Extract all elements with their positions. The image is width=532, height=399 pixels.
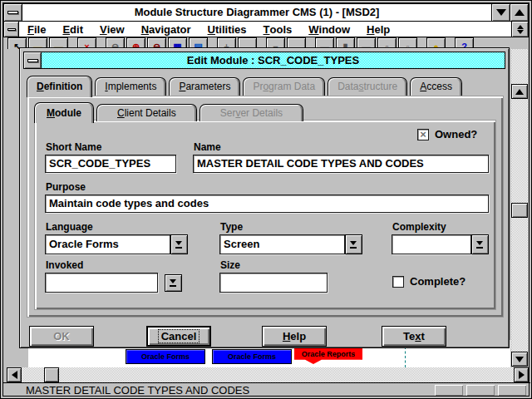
status-cell [435, 385, 463, 396]
focus-ring: Cancel [158, 329, 200, 343]
type-label: Type [220, 221, 243, 233]
invoked-label: Invoked [46, 259, 83, 271]
module-box-label: Oracle Forms [141, 352, 190, 361]
dropdown-arrow-icon [350, 241, 357, 249]
document-menu-button[interactable] [4, 22, 19, 37]
tab-access[interactable]: Access [410, 77, 462, 96]
type-dropdown-button[interactable] [345, 234, 362, 254]
language-label: Language [46, 221, 93, 233]
minimize-icon [496, 9, 506, 16]
dropdown-arrow-icon [175, 241, 183, 249]
tab-program-data: Program Data [243, 77, 325, 96]
main-titlebar: Module Structure Diagrammer CMS (1) - [M… [3, 3, 529, 22]
name-label: Name [194, 141, 221, 153]
menu-window[interactable]: Window [300, 22, 358, 37]
dialog-title: Edit Module : SCR_CODE_TYPES [42, 52, 505, 68]
menu-tools[interactable]: Tools [255, 22, 301, 37]
dialog-system-menu-button[interactable] [24, 52, 42, 68]
language-combo[interactable]: Oracle Forms [45, 234, 188, 254]
help-button[interactable]: Help [262, 326, 327, 347]
tab-datastructure: Datastructure [328, 77, 407, 96]
complexity-value[interactable] [392, 234, 471, 254]
status-bar: MASTER DETAIL CODE TYPES AND CODES [3, 382, 530, 397]
report-box-label: Oracle Reports [302, 350, 356, 358]
type-combo[interactable]: Screen [219, 234, 362, 254]
document-restore-button[interactable] [511, 22, 528, 37]
maximize-icon [515, 9, 525, 16]
cancel-button[interactable]: Cancel [146, 326, 211, 347]
system-menu-button[interactable] [4, 4, 22, 21]
minimize-button[interactable] [491, 4, 510, 21]
report-box[interactable]: Oracle Reports [294, 348, 362, 364]
tab-implements[interactable]: Implements [95, 77, 166, 96]
type-value[interactable]: Screen [219, 234, 345, 254]
dropdown-arrow-icon [170, 279, 177, 287]
menu-file[interactable]: File [19, 22, 54, 37]
system-menu-icon [7, 11, 18, 14]
name-field[interactable]: MASTER DETAIL CODE TYPES AND CODES [193, 155, 489, 173]
menu-view[interactable]: View [91, 22, 133, 37]
module-box-label: Oracle Forms [228, 352, 276, 361]
tab-parameters[interactable]: Parameters [169, 77, 240, 96]
invoked-field[interactable] [45, 273, 158, 293]
short-name-label: Short Name [46, 141, 101, 153]
status-cell [498, 385, 526, 396]
menu-help[interactable]: Help [358, 22, 398, 37]
dialog-title-text: Edit Module : SCR_CODE_TYPES [187, 54, 359, 66]
purpose-field[interactable]: Maintain code types and codes [45, 195, 489, 213]
ok-button[interactable]: OK [29, 326, 94, 347]
purpose-label: Purpose [46, 181, 86, 193]
subtab-server-details: Server Details [200, 104, 303, 121]
vertical-scroll-thumb[interactable] [511, 203, 528, 218]
owned-label: Owned? [435, 128, 477, 140]
dialog-titlebar: Edit Module : SCR_CODE_TYPES [23, 52, 505, 69]
menu-navigator[interactable]: Navigator [133, 22, 200, 37]
maximize-button[interactable] [510, 4, 528, 21]
document-menu-icon [7, 28, 16, 31]
scroll-down-button[interactable] [511, 352, 528, 367]
subtab-module[interactable]: Module [34, 102, 94, 123]
module-sub-tab-strip: Module Client Details Server Details [34, 100, 306, 121]
status-cells [435, 385, 526, 396]
application-window: Module Structure Diagrammer CMS (1) - [M… [0, 0, 532, 399]
page-boundary-line [405, 347, 406, 367]
vertical-scrollbar[interactable] [511, 49, 528, 367]
dialog-tab-strip: Definition Implements Parameters Program… [27, 74, 504, 96]
size-field[interactable] [219, 273, 328, 293]
scroll-down-icon [515, 357, 524, 362]
module-box-2[interactable]: Oracle Forms [212, 349, 292, 364]
invoked-dropdown-button[interactable] [165, 274, 182, 292]
size-label: Size [220, 259, 240, 271]
menu-edit[interactable]: Edit [54, 22, 91, 37]
horizontal-scroll-thumb[interactable] [44, 367, 59, 382]
scroll-right-icon [519, 371, 525, 379]
check-icon: × [420, 130, 426, 140]
module-box-1[interactable]: Oracle Forms [126, 349, 205, 364]
menu-bar: File Edit View Navigator Utilities Tools… [3, 22, 529, 37]
restore-up-icon [517, 25, 524, 29]
scroll-right-button[interactable] [514, 367, 529, 382]
scroll-up-icon [515, 89, 524, 95]
status-cell [466, 385, 495, 396]
complexity-combo[interactable] [392, 234, 489, 254]
text-button[interactable]: Text [382, 326, 446, 347]
scroll-left-icon [12, 371, 17, 379]
status-text: MASTER DETAIL CODE TYPES AND CODES [26, 384, 249, 397]
scroll-left-button[interactable] [7, 367, 22, 382]
restore-down-icon [517, 30, 524, 34]
menu-utilities[interactable]: Utilities [200, 22, 255, 37]
dropdown-arrow-icon [476, 241, 484, 249]
complexity-dropdown-button[interactable] [471, 234, 489, 254]
complexity-label: Complexity [392, 221, 446, 233]
horizontal-scrollbar[interactable] [7, 367, 529, 382]
language-dropdown-button[interactable] [170, 234, 188, 254]
complete-label: Complete? [410, 275, 466, 288]
tab-definition[interactable]: Definition [27, 76, 92, 97]
language-value[interactable]: Oracle Forms [45, 234, 170, 254]
complete-checkbox[interactable] [392, 276, 404, 288]
scroll-up-button[interactable] [511, 84, 528, 99]
subtab-client-details[interactable]: Client Details [96, 104, 197, 121]
short-name-field[interactable]: SCR_CODE_TYPES [45, 155, 176, 173]
owned-checkbox[interactable]: × [417, 129, 429, 140]
dialog-system-menu-icon [27, 59, 38, 62]
